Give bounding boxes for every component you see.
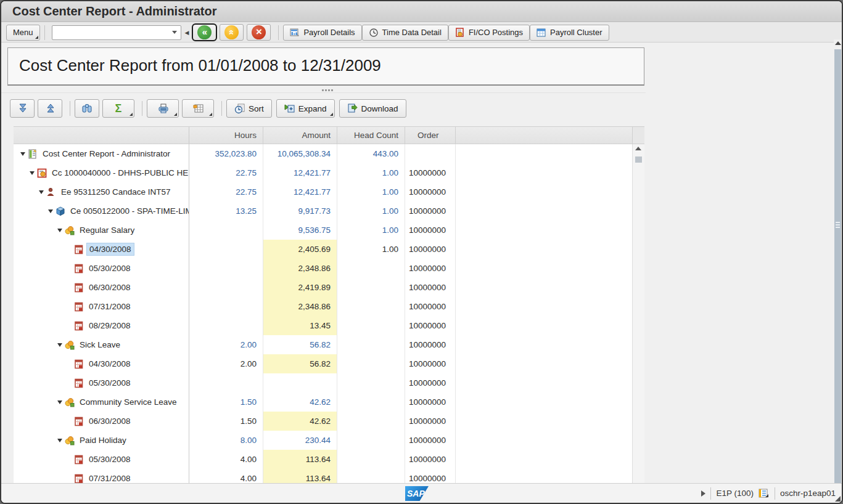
amount-cell[interactable]: 230.44 (263, 431, 337, 450)
order-cell[interactable]: 10000000 (405, 373, 456, 392)
order-cell[interactable]: 10000000 (405, 412, 456, 431)
tree-node-label[interactable]: 08/29/2008 (86, 320, 133, 331)
head-count-cell[interactable] (337, 450, 405, 469)
table-row[interactable]: 04/30/20082,405.691.0010000000 (14, 240, 632, 259)
head-count-cell[interactable]: 1.00 (337, 240, 405, 259)
hours-cell[interactable]: 1.50 (189, 412, 263, 431)
table-row[interactable]: 08/29/200813.4510000000 (14, 316, 632, 335)
menu-button[interactable]: Menu (6, 25, 40, 41)
head-count-cell[interactable]: 443.00 (337, 144, 405, 163)
expand-arrow-icon[interactable] (37, 190, 45, 194)
tree-node-label[interactable]: Ce 0050122000 - SPA-TIME-LIM (68, 205, 189, 217)
order-cell[interactable]: 10000000 (405, 392, 456, 412)
collapse-field-icon[interactable]: ◀ (185, 30, 189, 36)
hours-cell[interactable]: 22.75 (189, 163, 263, 182)
order-cell[interactable]: 10000000 (405, 182, 456, 201)
amount-cell[interactable]: 2,348.86 (263, 259, 337, 278)
amount-cell[interactable]: 9,917.73 (263, 201, 337, 221)
tree-node-label[interactable]: Paid Holiday (77, 434, 129, 446)
hours-cell[interactable] (189, 278, 263, 297)
tree-node-label[interactable]: 04/30/2008 (86, 243, 134, 256)
table-vertical-scrollbar[interactable] (632, 144, 644, 485)
hours-column-header[interactable]: Hours (189, 127, 263, 144)
scroll-up-icon[interactable] (835, 41, 841, 45)
sort-button[interactable]: Sort (226, 99, 272, 118)
hours-cell[interactable] (189, 297, 263, 316)
hours-cell[interactable]: 1.50 (189, 392, 263, 412)
back-button[interactable] (192, 24, 216, 41)
head-count-cell[interactable] (337, 354, 405, 373)
amount-cell[interactable]: 56.82 (263, 354, 337, 373)
sum-button[interactable]: Σ (102, 99, 134, 118)
head-count-cell[interactable]: 1.00 (337, 221, 405, 240)
expand-arrow-icon[interactable] (28, 171, 36, 175)
order-cell[interactable]: 10000000 (405, 278, 456, 297)
order-cell[interactable]: 10000000 (405, 163, 456, 182)
hours-cell[interactable] (189, 373, 263, 392)
amount-cell[interactable]: 42.62 (263, 392, 337, 412)
amount-cell[interactable]: 113.64 (263, 450, 337, 469)
session-info-icon[interactable] (759, 489, 770, 498)
head-count-cell[interactable] (337, 335, 405, 354)
tree-node-label[interactable]: 05/30/2008 (86, 262, 133, 274)
amount-cell[interactable] (263, 373, 337, 392)
table-row[interactable]: Cost Center Report - Administrator352,02… (14, 144, 632, 163)
table-row[interactable]: Sick Leave2.0056.8210000000 (14, 335, 632, 354)
splitter-handle[interactable] (1, 87, 646, 94)
hours-cell[interactable]: 8.00 (189, 431, 263, 450)
scrollbar-thumb[interactable] (635, 156, 642, 163)
head-count-cell[interactable]: 1.00 (337, 201, 405, 221)
tree-node-label[interactable]: Regular Salary (77, 224, 137, 236)
exit-button[interactable] (220, 24, 244, 41)
hours-cell[interactable] (189, 221, 263, 240)
tree-node-label[interactable]: 05/30/2008 (86, 453, 133, 465)
time-data-detail-button[interactable]: Time Data Detail (362, 25, 448, 41)
tree-node-label[interactable]: Cost Center Report - Administrator (40, 148, 173, 160)
tree-node-label[interactable]: Sick Leave (77, 339, 123, 351)
tree-node-label[interactable]: 04/30/2008 (86, 358, 133, 370)
tree-column-header[interactable] (14, 127, 189, 144)
tree-node-label[interactable]: 06/30/2008 (86, 282, 133, 293)
order-cell[interactable]: 10000000 (405, 240, 456, 259)
table-row[interactable]: 05/30/20082,348.8610000000 (14, 259, 632, 278)
order-cell[interactable]: 10000000 (405, 297, 456, 316)
order-cell[interactable]: 10000000 (405, 354, 456, 373)
table-row[interactable]: 04/30/20082.0056.8210000000 (14, 354, 632, 373)
head-count-cell[interactable] (337, 259, 405, 278)
hours-cell[interactable]: 13.25 (189, 201, 263, 221)
head-count-column-header[interactable]: Head Count (337, 127, 405, 144)
order-column-header[interactable]: Order (405, 127, 456, 144)
amount-cell[interactable]: 42.62 (263, 412, 337, 431)
tree-node-label[interactable]: Ee 95311250 Candace INT57 (59, 186, 173, 198)
status-expand-icon[interactable] (701, 490, 705, 497)
amount-cell[interactable]: 10,065,308.34 (263, 144, 337, 163)
print-button[interactable] (147, 99, 179, 118)
order-cell[interactable]: 10000000 (405, 259, 456, 278)
chevron-down-icon[interactable] (172, 31, 177, 34)
expand-arrow-icon[interactable] (56, 439, 64, 442)
expand-arrow-icon[interactable] (19, 152, 27, 156)
expand-arrow-icon[interactable] (56, 229, 64, 232)
hours-cell[interactable]: 2.00 (189, 335, 263, 354)
order-cell[interactable]: 10000000 (405, 335, 456, 354)
find-button[interactable] (75, 99, 99, 118)
head-count-cell[interactable] (337, 392, 405, 412)
amount-cell[interactable]: 2,419.89 (263, 278, 337, 297)
table-row[interactable]: 07/31/20082,348.8610000000 (14, 297, 632, 316)
order-cell[interactable]: 10000000 (405, 221, 456, 240)
hours-cell[interactable]: 22.75 (189, 182, 263, 201)
order-cell[interactable] (405, 144, 456, 163)
order-cell[interactable]: 10000000 (405, 316, 456, 335)
fico-postings-button[interactable]: FI/CO Postings (448, 25, 530, 41)
head-count-cell[interactable] (337, 297, 405, 316)
amount-cell[interactable]: 2,348.86 (263, 297, 337, 316)
table-row[interactable]: Cc 1000040000 - DHHS-PUBLIC HE22.7512,42… (14, 163, 632, 182)
tree-node-label[interactable]: 07/31/2008 (86, 301, 133, 312)
head-count-cell[interactable]: 1.00 (337, 182, 405, 201)
hours-cell[interactable]: 352,023.80 (189, 144, 263, 163)
order-cell[interactable]: 10000000 (405, 450, 456, 469)
expand-all-button[interactable] (38, 99, 62, 118)
table-row[interactable]: Ee 95311250 Candace INT5722.7512,421.771… (14, 182, 632, 201)
amount-cell[interactable]: 56.82 (263, 335, 337, 354)
expand-arrow-icon[interactable] (46, 209, 54, 213)
